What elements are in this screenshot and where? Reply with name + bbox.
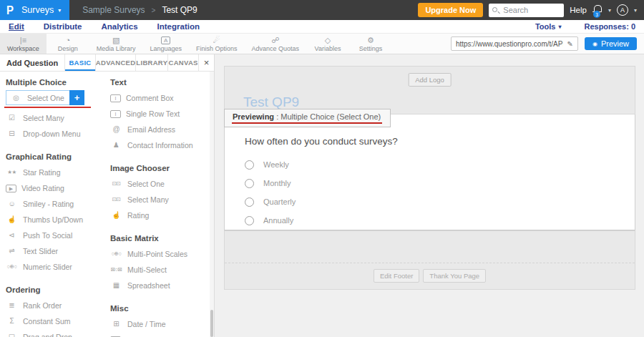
- rank-order-icon: ≣: [6, 301, 18, 310]
- panel-scrollbar[interactable]: [210, 72, 214, 337]
- menu-item-distribute[interactable]: Distribute: [44, 22, 82, 31]
- preview-button-label: Preview: [601, 39, 629, 48]
- qtype-thumbs-up-down[interactable]: ☝Thumbs Up/Down: [6, 212, 106, 228]
- scrollbar-thumb[interactable]: [210, 310, 213, 337]
- qtype-label: Select Many: [23, 114, 64, 122]
- menu-item-edit[interactable]: Edit: [9, 22, 24, 31]
- answer-option-monthly[interactable]: Monthly: [245, 174, 635, 192]
- option-label: Annually: [263, 216, 293, 225]
- toolbar-item-advance-quotas[interactable]: ☍Advance Quotas: [244, 34, 306, 54]
- answer-option-annually[interactable]: Annually: [245, 211, 635, 230]
- qtype-push-to-social[interactable]: ⊲Push To Social: [6, 228, 106, 243]
- qtype-select-one[interactable]: ◎Select One+: [6, 90, 84, 105]
- qtype-email-address[interactable]: @Email Address: [110, 122, 210, 137]
- image-select-many-icon: ⊡⊡: [110, 195, 122, 204]
- toolbar-item-languages[interactable]: ALanguages: [142, 34, 189, 54]
- avatar[interactable]: A: [617, 4, 628, 16]
- qtype-drag-and-drop[interactable]: ◲Drag and Drop: [6, 329, 106, 337]
- qtype-captcha[interactable]: vxCaptcha: [110, 332, 210, 337]
- qtype-video-rating[interactable]: ▶Video Rating: [6, 180, 106, 196]
- menu-item-integration[interactable]: Integration: [157, 22, 200, 31]
- edit-footer-button[interactable]: Edit Footer: [374, 269, 419, 283]
- section-heading-text: Text: [110, 78, 210, 87]
- chevron-down-icon[interactable]: ▾: [608, 7, 611, 14]
- previewing-label: Previewing: [233, 112, 274, 121]
- close-icon[interactable]: ×: [198, 54, 214, 71]
- qtype-multi-select[interactable]: ⊠○⊠Multi-Select: [110, 262, 210, 278]
- answer-option-quarterly[interactable]: Quarterly: [245, 192, 635, 211]
- breadcrumb-current: Test QP9: [162, 5, 197, 15]
- question-text[interactable]: How often do you conduct surveys?: [245, 136, 635, 147]
- radio-icon[interactable]: [245, 160, 254, 170]
- toolbar-item-variables[interactable]: ◇Variables: [306, 34, 349, 54]
- video-rating-icon: ▶: [6, 185, 16, 192]
- qtype-comment-box[interactable]: IComment Box: [110, 90, 210, 106]
- qtype-contact-information[interactable]: ♟Contact Information: [110, 137, 210, 153]
- qtype-date-time[interactable]: ⊞Date / Time: [110, 316, 210, 332]
- qtype-spreadsheet[interactable]: ▦Spreadsheet: [110, 278, 210, 293]
- qtype-constant-sum[interactable]: ΣConstant Sum: [6, 313, 106, 329]
- numeric-slider-icon: ○⊕○: [6, 263, 18, 271]
- tab-advanced[interactable]: ADVANCED: [95, 54, 136, 71]
- survey-url-field[interactable]: https://www.questionpro.com/t/APNrfZ ✎: [451, 36, 578, 51]
- previewing-value: : Multiple Choice (Select One): [274, 112, 381, 121]
- qtype-select-one[interactable]: ⊡⊡Select One: [110, 176, 210, 192]
- search-box[interactable]: [489, 4, 564, 17]
- toolbar-item-label: Settings: [359, 45, 383, 52]
- surveys-menu[interactable]: Surveys ▾: [21, 5, 61, 15]
- tab-canvas[interactable]: CANVAS: [167, 54, 198, 71]
- qtype-drop-down-menu[interactable]: ⊟Drop-down Menu: [6, 126, 106, 142]
- thank-you-page-button[interactable]: Thank You Page: [423, 269, 486, 283]
- tools-menu[interactable]: Tools ▾: [535, 22, 562, 31]
- search-input[interactable]: [503, 6, 560, 14]
- smiley-icon: ☺: [6, 200, 18, 208]
- qtype-select-many[interactable]: ☑Select Many: [6, 110, 106, 126]
- qtype-label: Drop-down Menu: [23, 130, 81, 138]
- spreadsheet-icon: ▦: [110, 281, 122, 290]
- menu-item-analytics[interactable]: Analytics: [101, 22, 137, 31]
- edit-url-icon[interactable]: ✎: [563, 40, 577, 48]
- preview-button[interactable]: ◉ Preview: [585, 37, 637, 50]
- toolbar-item-label: Advance Quotas: [251, 45, 299, 52]
- section-heading-misc: Misc: [110, 304, 210, 313]
- work-area: Add Question BASICADVANCEDLIBRARYCANVAS …: [0, 54, 644, 337]
- tab-library[interactable]: LIBRARY: [135, 54, 167, 71]
- qtype-text-slider[interactable]: ⇌Text Slider: [6, 243, 106, 259]
- radio-icon[interactable]: [245, 179, 254, 188]
- questionpro-logo: P: [6, 4, 14, 16]
- help-link[interactable]: Help: [570, 6, 587, 14]
- toolbar-item-settings[interactable]: ⚙Settings: [349, 34, 392, 54]
- chevron-down-icon[interactable]: ▾: [634, 7, 637, 14]
- toolbar-right: https://www.questionpro.com/t/APNrfZ ✎ ◉…: [451, 34, 644, 54]
- surveys-menu-label: Surveys: [21, 5, 54, 15]
- dropdown-menu-icon: ⊟: [6, 130, 18, 138]
- qtype-single-row-text[interactable]: ISingle Row Text: [110, 106, 210, 122]
- qtype-select-many[interactable]: ⊡⊡Select Many: [110, 192, 210, 207]
- notifications-button[interactable]: 3: [592, 5, 602, 15]
- toolbar-item-workspace[interactable]: |≡Workspace: [0, 34, 47, 54]
- toolbar-item-media-library[interactable]: ▧Media Library: [89, 34, 143, 54]
- qtype-label: Numeric Slider: [23, 263, 72, 271]
- qtype-rank-order[interactable]: ≣Rank Order: [6, 298, 106, 313]
- qtype-star-rating[interactable]: ★★Star Rating: [6, 165, 106, 180]
- radio-icon[interactable]: [245, 216, 254, 225]
- responses-count[interactable]: Responses: 0: [584, 22, 635, 31]
- upgrade-now-button[interactable]: Upgrade Now: [418, 3, 483, 17]
- add-question-plus-button[interactable]: +: [69, 90, 84, 105]
- breadcrumb-parent[interactable]: Sample Surveys: [82, 5, 145, 15]
- radio-icon[interactable]: [245, 197, 254, 207]
- answer-option-weekly[interactable]: Weekly: [245, 155, 635, 174]
- add-logo-button[interactable]: Add Logo: [408, 73, 452, 87]
- tab-basic[interactable]: BASIC: [64, 54, 95, 71]
- qtype-multi-point-scales[interactable]: ○⊕○Multi-Point Scales: [110, 246, 210, 262]
- toolbar-item-finish-options[interactable]: ☄Finish Options: [189, 34, 245, 54]
- toolbar-item-design[interactable]: ◔Design: [47, 34, 89, 54]
- section-heading-image-chooser: Image Chooser: [110, 164, 210, 172]
- qtype-numeric-slider[interactable]: ○⊕○Numeric Slider: [6, 259, 106, 275]
- previewing-tab: Previewing : Multiple Choice (Select One…: [224, 109, 391, 127]
- chevron-down-icon: ▾: [58, 7, 61, 14]
- qtype-rating[interactable]: ☝Rating: [110, 207, 210, 223]
- qtype-smiley-rating[interactable]: ☺Smiley - Rating: [6, 196, 106, 212]
- brand-area[interactable]: P Surveys ▾: [0, 0, 69, 20]
- survey-title[interactable]: Test QP9: [243, 94, 299, 110]
